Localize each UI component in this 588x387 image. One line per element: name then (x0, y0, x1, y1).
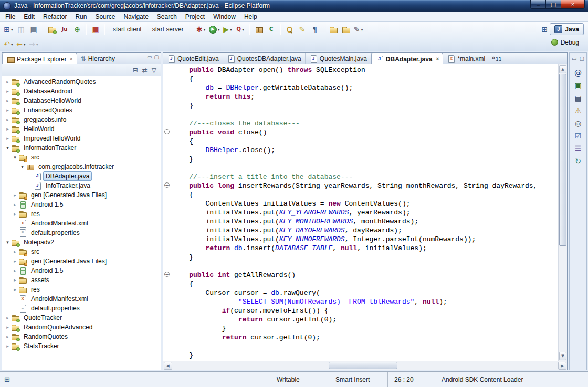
show-whitespace-button[interactable]: ¶ (309, 23, 321, 36)
scroll-down-icon[interactable]: ▼ (559, 352, 566, 360)
horizontal-scroll-thumb[interactable] (329, 362, 397, 369)
run-button[interactable]: ▶▾ (207, 23, 222, 36)
expander-open-icon[interactable]: ▾ (4, 240, 11, 245)
tree-item-quotetracker[interactable]: ▸QuoteTracker (2, 313, 161, 322)
code-line[interactable]: } (173, 101, 558, 110)
expander-closed-icon[interactable]: ▸ (12, 202, 18, 207)
code-line[interactable] (173, 262, 558, 271)
code-line[interactable]: { (173, 74, 558, 83)
tree-item-android-1-5[interactable]: ▸Android 1.5 (2, 266, 161, 275)
expander-closed-icon[interactable]: ▸ (4, 126, 11, 132)
code-line[interactable]: public DBAdapter open() throws SQLExcept… (173, 66, 558, 74)
view-menu-icon[interactable]: ▽ (152, 67, 156, 73)
annotate-button[interactable]: ✎▾ (352, 23, 365, 36)
code-line[interactable]: initialValues.put(KEY_YEAROFREWARDS, yea… (173, 208, 558, 217)
tree-item-informationtracker[interactable]: ▾InformationTracker (2, 143, 161, 153)
tree-item-enhancedquotes[interactable]: ▸EnhancedQuotes (2, 105, 161, 115)
code-line[interactable]: { (173, 190, 558, 199)
expander-closed-icon[interactable]: ▸ (12, 268, 18, 273)
open-file-button[interactable] (327, 23, 340, 36)
close-button[interactable]: × (561, 0, 585, 9)
outline-view-icon[interactable]: ☰ (571, 142, 585, 155)
code-line[interactable]: } (173, 351, 558, 360)
tree-item-improvedhelloworld[interactable]: ▸ImprovedHelloWorld (2, 134, 161, 143)
menu-item-window[interactable]: Window (209, 12, 240, 22)
horizontal-scrollbar[interactable]: ◀ ▶ (163, 361, 567, 370)
code-line[interactable]: } (173, 253, 558, 262)
external-tools-button[interactable]: ✱▾ (195, 23, 207, 36)
new-android-project-button[interactable]: ⊕ (71, 23, 83, 36)
expander-closed-icon[interactable]: ▸ (4, 98, 11, 103)
expander-closed-icon[interactable]: ▸ (4, 108, 11, 113)
expander-closed-icon[interactable]: ▸ (12, 259, 18, 264)
tree-item-databaseandroid[interactable]: ▸DatabaseAndroid (2, 87, 161, 96)
editor-minimize-icon[interactable]: ▭ (572, 56, 576, 61)
tree-item-gen-generated-java-files[interactable]: ▸gen [Generated Java Files] (2, 190, 161, 200)
code-editor[interactable]: public DBAdapter open() throws SQLExcept… (171, 64, 558, 361)
fast-view-toggle-icon[interactable]: ⊞ (4, 375, 10, 383)
fold-marker-icon[interactable]: − (164, 129, 170, 134)
code-line[interactable] (173, 164, 558, 173)
code-line[interactable]: ContentValues initialValues = new Conten… (173, 199, 558, 208)
code-line[interactable]: return this; (173, 92, 558, 101)
menu-item-source[interactable]: Source (91, 12, 119, 22)
code-line[interactable]: "SELECT SUM(NumOfRewards) FROM tblReward… (173, 297, 558, 306)
expander-closed-icon[interactable]: ▸ (4, 315, 11, 320)
code-line[interactable]: if(cursor.moveToFirst()) { (173, 306, 558, 315)
declaration-view-icon[interactable]: ▣ (571, 79, 585, 92)
code-line[interactable]: } (173, 155, 558, 164)
menu-item-edit[interactable]: Edit (19, 12, 39, 22)
start-client-button[interactable]: start client (108, 23, 147, 36)
code-line[interactable] (173, 110, 558, 119)
coverage-button[interactable]: ▶▾ (222, 23, 234, 36)
code-line[interactable]: DBHelper.close(); (173, 146, 558, 155)
code-line[interactable]: initialValues.put(KEY_NUMOFREWARDS, Inte… (173, 235, 558, 244)
code-line[interactable]: initialValues.put(KEY_DAYOFREWARDS, dayR… (173, 226, 558, 235)
expander-open-icon[interactable]: ▾ (4, 145, 11, 150)
open-perspective-icon[interactable]: ⊞ (542, 25, 548, 34)
code-line[interactable]: { (173, 137, 558, 146)
code-line[interactable]: return cursor.getInt(0); (173, 315, 558, 324)
profile-button[interactable]: Q▾ (234, 23, 247, 36)
code-line[interactable]: initialValues.put(KEY_MONTHOFREWARDS, mo… (173, 217, 558, 226)
expander-closed-icon[interactable]: ▸ (4, 89, 11, 94)
link-with-editor-icon[interactable]: ⇄ (142, 67, 148, 73)
tab-hierarchy[interactable]: ⇅ Hierarchy (77, 53, 119, 64)
view-minimize-icon[interactable]: ▭ (147, 55, 152, 60)
scroll-left-icon[interactable]: ◀ (164, 362, 172, 370)
code-line[interactable]: { (173, 280, 558, 288)
scroll-right-icon[interactable]: ▶ (558, 362, 566, 370)
maximize-button[interactable]: ▢ (545, 0, 561, 9)
expander-closed-icon[interactable]: ▸ (4, 334, 11, 339)
tasks-view-icon[interactable]: ☑ (571, 130, 585, 142)
print-button[interactable]: ▤ (27, 23, 40, 36)
last-edit-location-button[interactable]: ↶▾ (2, 38, 15, 50)
menu-item-help[interactable]: Help (240, 12, 261, 22)
debug-perspective-button[interactable]: Debug (547, 36, 584, 48)
code-line[interactable]: public int getAllRewards() (173, 271, 558, 280)
tree-item-android-1-5[interactable]: ▸Android 1.5 (2, 200, 161, 209)
expander-closed-icon[interactable]: ▸ (4, 343, 11, 349)
tree-item-src[interactable]: ▸src (2, 247, 161, 256)
expander-closed-icon[interactable]: ▸ (4, 117, 11, 122)
code-line[interactable]: return cursor.getInt(0); (173, 333, 558, 342)
editor-maximize-icon[interactable]: ▢ (580, 56, 584, 61)
save-button[interactable]: ◫ (15, 23, 27, 36)
menu-item-run[interactable]: Run (71, 12, 91, 22)
expander-open-icon[interactable]: ▾ (19, 164, 26, 169)
start-server-button[interactable]: start server (147, 23, 189, 36)
tree-item-notepadv2[interactable]: ▾Notepadv2 (2, 238, 161, 247)
fold-marker-icon[interactable]: − (164, 182, 170, 188)
code-line[interactable]: public long insertRewards(String yearRew… (173, 181, 558, 190)
collapse-all-icon[interactable]: ⊟ (133, 67, 138, 73)
vertical-scroll-thumb[interactable] (559, 74, 566, 246)
tree-item-default-properties[interactable]: default.properties (2, 304, 161, 313)
tree-item-dbadapter-java[interactable]: DBAdapter.java (2, 171, 161, 181)
expander-closed-icon[interactable]: ▸ (4, 79, 11, 84)
code-line[interactable]: public void close() (173, 128, 558, 137)
code-line[interactable]: } (173, 324, 558, 333)
menu-item-navigate[interactable]: Navigate (119, 12, 152, 22)
view-maximize-icon[interactable]: ▢ (154, 55, 159, 60)
javadoc-view-icon[interactable]: @ (571, 67, 585, 79)
new-class-button[interactable]: C (265, 23, 278, 36)
